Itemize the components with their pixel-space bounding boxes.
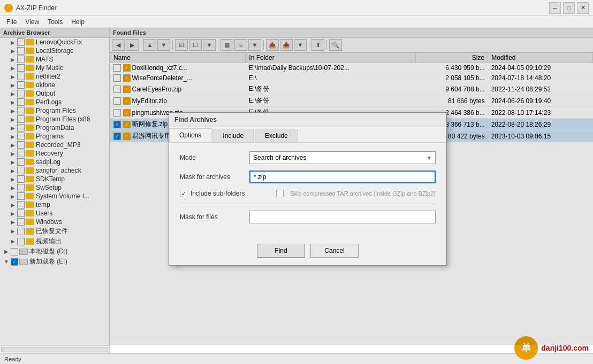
mask-archives-label: Mask for archives	[180, 173, 249, 181]
mask-files-input[interactable]	[249, 211, 436, 223]
dialog-buttons: Find Cancel	[169, 238, 446, 265]
mask-files-row: Mask for files	[180, 211, 436, 223]
mask-files-label: Mask for files	[180, 213, 249, 221]
tab-options[interactable]: Options	[169, 128, 211, 142]
menu-file[interactable]: File	[2, 17, 21, 27]
tab-include[interactable]: Include	[212, 129, 254, 142]
app-icon	[4, 4, 13, 12]
title-bar: AX-ZIP Finder ─ □ ✕	[0, 0, 593, 16]
dialog-tabs: Options Include Exclude	[169, 127, 446, 143]
menu-tools[interactable]: Tools	[43, 17, 67, 27]
app-title: AX-ZIP Finder	[16, 4, 57, 12]
skip-tar-checkbox	[276, 190, 284, 197]
mode-dropdown[interactable]: Search of archives ▼	[249, 151, 436, 164]
status-text: Ready	[4, 356, 21, 362]
include-subfolders-label: Include sub-folders	[191, 190, 245, 197]
menu-bar: File View Tools Help	[0, 16, 593, 28]
minimize-button[interactable]: ─	[549, 2, 561, 14]
menu-view[interactable]: View	[21, 17, 43, 27]
close-button[interactable]: ✕	[577, 2, 589, 14]
include-subfolders-checkbox[interactable]: ✓	[180, 190, 187, 197]
chevron-down-icon: ▼	[427, 155, 432, 161]
dialog-title-bar: Find Archives	[169, 113, 446, 127]
cancel-button[interactable]: Cancel	[310, 244, 359, 258]
dialog-content: Mode Search of archives ▼ Mask for archi…	[169, 143, 446, 238]
skip-tar-label: Skip compressed TAR archives (inside GZi…	[290, 190, 436, 197]
status-bar: Ready	[0, 353, 593, 364]
mask-archives-input[interactable]	[249, 171, 436, 183]
find-dialog: Find Archives Options Include Exclude Mo…	[169, 112, 447, 266]
title-left: AX-ZIP Finder	[4, 4, 57, 12]
tab-exclude[interactable]: Exclude	[255, 129, 298, 142]
horizontal-scrollbar[interactable]	[0, 345, 109, 353]
find-button[interactable]: Find	[257, 244, 305, 258]
mode-value: Search of archives	[253, 154, 306, 161]
mode-row: Mode Search of archives ▼	[180, 151, 436, 164]
hscrollbar-thumb[interactable]	[1, 347, 108, 352]
title-controls: ─ □ ✕	[549, 2, 589, 14]
maximize-button[interactable]: □	[563, 2, 575, 14]
mask-archives-row: Mask for archives	[180, 171, 436, 183]
dialog-title-text: Find Archives	[174, 116, 217, 123]
menu-help[interactable]: Help	[67, 17, 89, 27]
mode-label: Mode	[180, 154, 249, 161]
include-subfolders-row: ✓ Include sub-folders Skip compressed TA…	[180, 190, 436, 197]
dialog-divider	[180, 204, 436, 204]
